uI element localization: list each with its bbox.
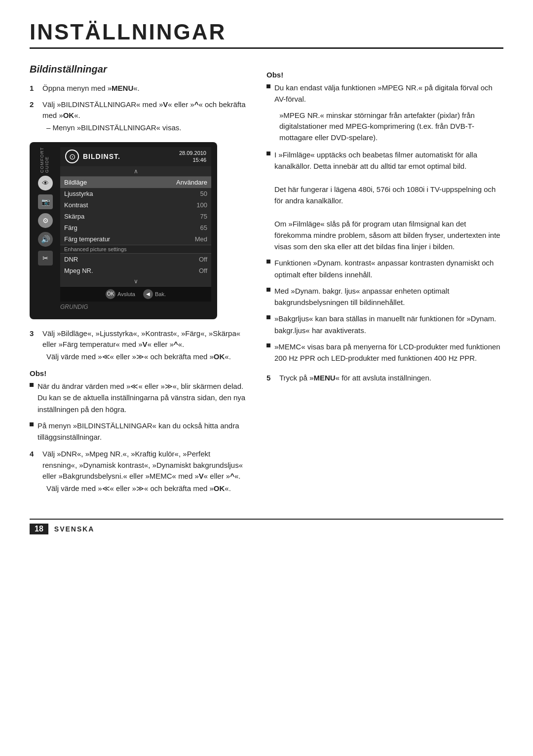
list-item: Funktionen »Dynam. kontrast« anpassar ko… (266, 257, 503, 280)
footer-page-num: 18 (30, 524, 48, 534)
bullet-icon (266, 288, 270, 292)
step-5-content: Tryck på »MENU« för att avsluta inställn… (279, 373, 503, 384)
step-1-content: Öppna menyn med »MENU«. (42, 83, 247, 94)
footer: 18 SVENSKA (30, 519, 503, 534)
table-row: Mpeg NR. Off (60, 265, 211, 276)
bullet-icon (266, 343, 270, 347)
table-row: Kontrast 100 (60, 199, 211, 211)
back-icon: ◀ (143, 289, 153, 299)
tv-back-button: ◀ Bak. (143, 289, 166, 299)
obs-list-right-2: I »Filmläge« upptäcks och beabetas filme… (266, 149, 503, 364)
tv-header-time: 28.09.2010 15:46 (179, 150, 206, 164)
tv-icon-sound: 🔊 (38, 232, 53, 247)
obs-list-left: När du ändrar värden med »≪« eller »≫«, … (30, 380, 247, 443)
section-title: Bildinställningar (30, 64, 247, 75)
step-2-sub: – Menyn »BILDINSTÄLLNINGAR« visas. (46, 122, 247, 134)
step-3: 3 Välj »Bildläge«, »Ljusstyrka«, »Kontra… (30, 328, 247, 363)
tv-table-2: DNR Off Mpeg NR. Off (60, 254, 211, 276)
tv-icon-wrench: ✂ (38, 251, 53, 265)
tv-icon-settings: ⚙ (38, 213, 53, 228)
left-column: Bildinställningar 1 Öppna menyn med »MEN… (30, 64, 247, 499)
footer-language: SVENSKA (54, 525, 95, 533)
step-4-content: Välj »DNR«, »Mpeg NR.«, »Kraftig kulör«,… (42, 449, 247, 494)
table-row: Ljusstyrka 50 (60, 188, 211, 199)
step-num-2: 2 (30, 99, 38, 134)
step-num-3: 3 (30, 328, 38, 363)
list-item: När du ändrar värden med »≪« eller »≫«, … (30, 380, 247, 415)
step-num-1: 1 (30, 83, 38, 94)
table-row: Skärpa 75 (60, 211, 211, 222)
tv-main-panel: ⊙ BILDINST. 28.09.2010 15:46 ∧ Bildl (60, 147, 211, 312)
table-row: Färg temperatur Med (60, 233, 211, 245)
mpeg-nr-description: »MPEG NR.« minskar störningar från artef… (279, 110, 503, 144)
step-4: 4 Välj »DNR«, »Mpeg NR.«, »Kraftig kulör… (30, 449, 247, 494)
step-2-content: Välj »BILDINSTÄLLNINGAR« med »V« eller »… (42, 99, 247, 134)
bullet-icon (266, 151, 270, 155)
step-1: 1 Öppna menyn med »MENU«. (30, 83, 247, 94)
table-row: Färg 65 (60, 222, 211, 233)
tv-header-title: BILDINST. (83, 152, 120, 160)
bullet-icon (266, 260, 270, 264)
list-item: Du kan endast välja funktionen »MPEG NR.… (266, 82, 503, 105)
right-column: Obs! Du kan endast välja funktionen »MPE… (266, 64, 503, 499)
tv-screen: COMFORTGUIDE 👁 📷 ⚙ 🔊 ✂ ⊙ (30, 142, 217, 319)
tv-scroll-up: ∧ (60, 166, 211, 177)
ok-icon: OK (106, 289, 115, 299)
tv-scroll-down: ∨ (60, 276, 211, 286)
bullet-icon (266, 315, 270, 319)
step-2: 2 Välj »BILDINSTÄLLNINGAR« med »V« eller… (30, 99, 247, 134)
list-item: På menyn »BILDINSTÄLLNINGAR« kan du ocks… (30, 420, 247, 443)
tv-icon-camera: 📷 (38, 194, 53, 209)
tv-table: Bildläge Användare Ljusstyrka 50 Kontras… (60, 177, 211, 245)
list-item: Med »Dynam. bakgr. ljus« anpassar enhete… (266, 285, 503, 308)
obs-title-right: Obs! (266, 71, 503, 79)
obs-title-left: Obs! (30, 369, 247, 378)
table-row: Bildläge Användare (60, 177, 211, 188)
grundig-label: GRUNDIG (60, 302, 211, 312)
table-row: DNR Off (60, 254, 211, 265)
list-item: »MEMC« visas bara på menyerna för LCD-pr… (266, 341, 503, 364)
tv-bottom-bar: OK Avsluta ◀ Bak. (60, 286, 211, 302)
tv-header-icon: ⊙ (65, 150, 79, 163)
step-3-sub: Välj värde med »≪« eller »≫« och bekräft… (46, 351, 247, 363)
list-item: »Bakgrljus« kan bara ställas in manuellt… (266, 313, 503, 336)
step-3-content: Välj »Bildläge«, »Ljusstyrka«, »Kontrast… (42, 328, 247, 363)
tv-icon-eye: 👁 (38, 176, 53, 190)
page-title: INSTÄLLNINGAR (30, 20, 503, 49)
tv-ok-button: OK Avsluta (106, 289, 135, 299)
step-4-sub: Välj värde med »≪« eller »≫« och bekräft… (46, 483, 247, 494)
step-num-5: 5 (266, 373, 275, 384)
tv-header: ⊙ BILDINST. 28.09.2010 15:46 (60, 147, 211, 166)
step-5: 5 Tryck på »MENU« för att avsluta instäl… (266, 373, 503, 384)
tv-separator: Enhanced picture settings (60, 245, 211, 254)
obs-list-right: Du kan endast välja funktionen »MPEG NR.… (266, 82, 503, 105)
bullet-icon (266, 84, 270, 88)
bullet-icon (30, 422, 34, 426)
list-item: I »Filmläge« upptäcks och beabetas filme… (266, 149, 503, 252)
comfort-guide-label: COMFORTGUIDE (39, 147, 49, 173)
step-num-4: 4 (30, 449, 38, 494)
bullet-icon (30, 383, 34, 387)
